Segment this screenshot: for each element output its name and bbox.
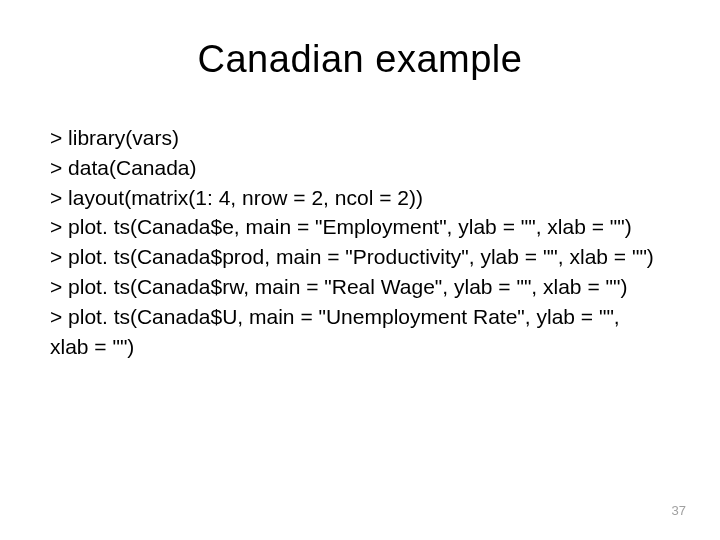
code-line: > plot. ts(Canada$prod, main = "Producti… xyxy=(50,242,670,272)
code-line: xlab = "") xyxy=(50,332,670,362)
code-line: > plot. ts(Canada$U, main = "Unemploymen… xyxy=(50,302,670,332)
code-line: > layout(matrix(1: 4, nrow = 2, ncol = 2… xyxy=(50,183,670,213)
code-line: > data(Canada) xyxy=(50,153,670,183)
page-number: 37 xyxy=(672,503,686,518)
code-block: > library(vars) > data(Canada) > layout(… xyxy=(50,123,670,362)
code-line: > plot. ts(Canada$rw, main = "Real Wage"… xyxy=(50,272,670,302)
code-line: > library(vars) xyxy=(50,123,670,153)
code-line: > plot. ts(Canada$e, main = "Employment"… xyxy=(50,212,670,242)
slide-title: Canadian example xyxy=(50,38,670,81)
slide-container: Canadian example > library(vars) > data(… xyxy=(0,0,720,540)
